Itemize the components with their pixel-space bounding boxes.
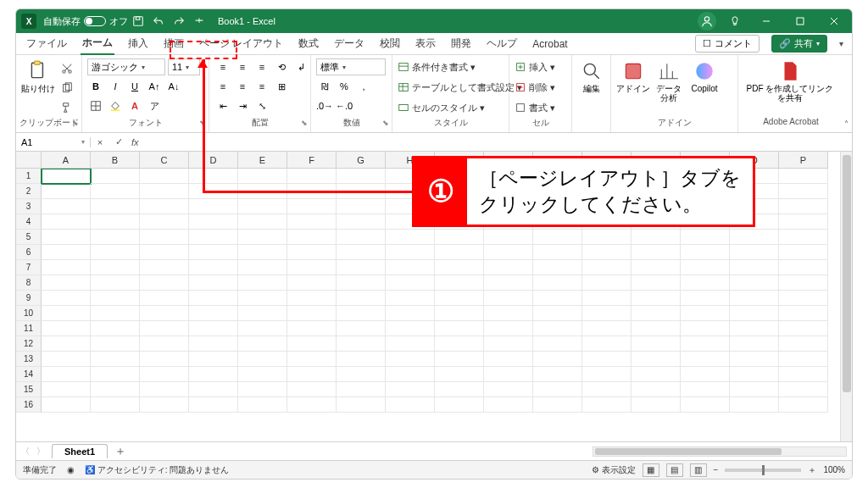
cell[interactable]	[779, 306, 828, 321]
cell[interactable]	[533, 230, 582, 245]
undo-icon[interactable]	[150, 13, 167, 30]
cell[interactable]	[582, 275, 632, 291]
increase-font-icon[interactable]: A↑	[146, 78, 163, 95]
cell[interactable]	[779, 260, 828, 275]
cell[interactable]	[632, 306, 681, 321]
increase-decimal-icon[interactable]: .0→	[316, 97, 333, 114]
cell[interactable]	[730, 382, 779, 397]
cell[interactable]	[730, 321, 779, 336]
cell[interactable]	[287, 382, 337, 397]
cell[interactable]	[730, 184, 779, 199]
zoom-out-button[interactable]: −	[714, 465, 719, 474]
cell[interactable]	[484, 275, 533, 291]
cell[interactable]	[484, 260, 533, 275]
cell[interactable]	[779, 214, 828, 230]
column-header[interactable]: M	[632, 152, 681, 169]
cell[interactable]	[730, 291, 779, 306]
cell[interactable]	[730, 199, 779, 214]
cell[interactable]	[386, 184, 435, 199]
cell[interactable]	[337, 382, 386, 397]
cell[interactable]	[140, 336, 189, 352]
cell[interactable]	[632, 336, 681, 352]
cancel-icon[interactable]: ×	[91, 137, 109, 147]
cell[interactable]	[533, 352, 582, 367]
cell[interactable]	[681, 306, 730, 321]
cell[interactable]	[189, 245, 238, 260]
cell[interactable]	[287, 306, 337, 321]
vertical-scrollbar[interactable]	[840, 152, 852, 441]
tab-review[interactable]: 校閲	[378, 33, 402, 54]
cell[interactable]	[730, 336, 779, 352]
cell[interactable]	[287, 169, 337, 184]
zoom-in-button[interactable]: ＋	[808, 464, 816, 476]
cell[interactable]	[681, 397, 730, 413]
row-header[interactable]: 6	[16, 245, 42, 260]
cell[interactable]	[287, 184, 337, 199]
cell[interactable]	[42, 306, 91, 321]
cell[interactable]	[42, 199, 91, 214]
cell[interactable]	[287, 397, 337, 413]
cell[interactable]	[533, 336, 582, 352]
row-header[interactable]: 3	[16, 199, 42, 214]
cell[interactable]	[189, 382, 238, 397]
comma-icon[interactable]: ,	[355, 78, 372, 95]
cell[interactable]	[189, 291, 238, 306]
cell[interactable]	[91, 306, 140, 321]
cell[interactable]	[386, 245, 435, 260]
cell[interactable]	[386, 291, 435, 306]
cell[interactable]	[582, 397, 632, 413]
cell[interactable]	[779, 169, 828, 184]
fill-color-icon[interactable]	[107, 97, 124, 114]
insert-cells-button[interactable]: 挿入 ▾	[515, 58, 555, 75]
merge-cells-icon[interactable]: ⊞	[273, 78, 290, 95]
cell[interactable]	[140, 291, 189, 306]
cell[interactable]	[632, 291, 681, 306]
row-header[interactable]: 2	[16, 184, 42, 199]
cell[interactable]	[681, 199, 730, 214]
cell[interactable]	[484, 184, 533, 199]
cell[interactable]	[681, 230, 730, 245]
display-settings[interactable]: ⚙ 表示設定	[592, 464, 636, 476]
cell[interactable]	[42, 336, 91, 352]
addin-button[interactable]: アドイン	[616, 58, 650, 93]
zoom-level[interactable]: 100%	[823, 465, 845, 474]
tab-help[interactable]: ヘルプ	[485, 33, 519, 54]
cell[interactable]	[386, 275, 435, 291]
horizontal-scrollbar[interactable]	[133, 446, 847, 457]
cell[interactable]	[484, 367, 533, 382]
cell[interactable]	[632, 352, 681, 367]
cell[interactable]	[435, 230, 484, 245]
cell[interactable]	[42, 352, 91, 367]
cell[interactable]	[91, 230, 140, 245]
cell[interactable]	[189, 230, 238, 245]
cell[interactable]	[632, 260, 681, 275]
cell[interactable]	[533, 306, 582, 321]
cell[interactable]	[287, 199, 337, 214]
cell[interactable]	[189, 321, 238, 336]
cell[interactable]	[632, 214, 681, 230]
redo-icon[interactable]	[170, 13, 187, 30]
cell[interactable]	[140, 382, 189, 397]
cell[interactable]	[582, 184, 632, 199]
cell[interactable]	[42, 275, 91, 291]
tab-developer[interactable]: 開発	[449, 33, 473, 54]
cell[interactable]	[287, 352, 337, 367]
column-header[interactable]: E	[238, 152, 287, 169]
row-header[interactable]: 15	[16, 382, 42, 397]
cell[interactable]	[287, 230, 337, 245]
cell[interactable]	[681, 214, 730, 230]
cell[interactable]	[91, 336, 140, 352]
cell[interactable]	[435, 199, 484, 214]
cell[interactable]	[632, 169, 681, 184]
column-header[interactable]: P	[779, 152, 828, 169]
cell[interactable]	[582, 336, 632, 352]
cell[interactable]	[779, 275, 828, 291]
cell[interactable]	[582, 306, 632, 321]
comments-button[interactable]: ☐ コメント	[695, 35, 760, 53]
cell[interactable]	[484, 321, 533, 336]
cell[interactable]	[238, 184, 287, 199]
cell[interactable]	[238, 382, 287, 397]
row-header[interactable]: 4	[16, 214, 42, 230]
cell[interactable]	[435, 260, 484, 275]
launcher-icon[interactable]: ⬊	[72, 119, 79, 127]
